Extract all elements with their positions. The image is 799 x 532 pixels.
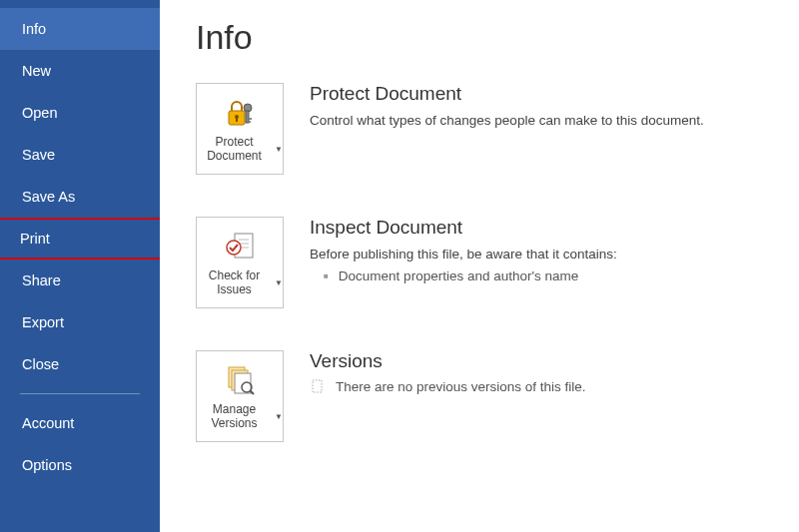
sidebar-item-label: Account	[22, 415, 74, 431]
section-desc: Before publishing this file, be aware th…	[310, 245, 769, 265]
sidebar-item-label: Info	[22, 21, 46, 37]
section-inspect: Check for Issues ▼ Inspect Document Befo…	[196, 217, 769, 308]
sidebar-item-open[interactable]: Open	[0, 92, 160, 134]
sidebar-item-label: New	[22, 63, 51, 79]
bullet-icon: ■	[324, 271, 329, 280]
chevron-down-icon: ▼	[275, 145, 283, 154]
sidebar-item-save-as[interactable]: Save As	[0, 176, 160, 218]
sidebar-item-save[interactable]: Save	[0, 134, 160, 176]
sidebar-item-close[interactable]: Close	[0, 343, 160, 385]
section-title: Inspect Document	[310, 217, 769, 239]
sidebar-item-new[interactable]: New	[0, 50, 160, 92]
tile-label: Manage Versions	[197, 403, 272, 431]
svg-point-11	[227, 241, 241, 255]
sidebar-item-label: Close	[22, 356, 59, 372]
protect-document-button[interactable]: Protect Document ▼	[196, 83, 284, 175]
lock-key-icon	[223, 94, 257, 132]
section-protect: Protect Document ▼ Protect Document Cont…	[196, 83, 769, 175]
document-check-icon	[223, 228, 257, 266]
sidebar-item-info[interactable]: Info	[0, 8, 160, 50]
svg-rect-17	[313, 380, 322, 392]
sidebar-item-label: Options	[22, 457, 72, 473]
info-panel: Info Protect Document ▼	[160, 0, 799, 532]
svg-rect-5	[249, 118, 252, 120]
manage-versions-button[interactable]: Manage Versions ▼	[196, 350, 284, 442]
sidebar-item-label: Save As	[22, 189, 75, 205]
backstage-sidebar: Info New Open Save Save As Print Share E…	[0, 0, 160, 532]
inspect-bullet: ■ Document properties and author's name	[324, 268, 769, 283]
chevron-down-icon: ▼	[275, 278, 283, 287]
sidebar-item-label: Open	[22, 105, 57, 121]
chevron-down-icon: ▼	[275, 412, 283, 421]
svg-rect-2	[236, 118, 238, 122]
tile-label: Protect Document	[197, 136, 272, 164]
check-for-issues-button[interactable]: Check for Issues ▼	[196, 217, 284, 308]
tile-label: Check for Issues	[197, 269, 272, 297]
sidebar-item-label: Print	[20, 231, 50, 247]
bullet-text: Document properties and author's name	[339, 268, 578, 283]
sidebar-item-account[interactable]: Account	[0, 402, 160, 444]
sidebar-item-label: Save	[22, 147, 55, 163]
section-title: Versions	[310, 350, 769, 372]
sidebar-item-options[interactable]: Options	[0, 444, 160, 486]
section-versions: Manage Versions ▼ Versions There are no …	[196, 350, 769, 442]
sidebar-item-share[interactable]: Share	[0, 260, 160, 301]
svg-rect-4	[246, 111, 249, 123]
sidebar-item-label: Export	[22, 314, 64, 330]
sidebar-separator	[20, 393, 140, 394]
svg-rect-6	[249, 121, 251, 123]
document-outline-icon	[310, 378, 326, 394]
section-title: Protect Document	[310, 83, 769, 105]
versions-desc: There are no previous versions of this f…	[336, 379, 586, 394]
document-versions-icon	[223, 361, 257, 399]
section-desc: Control what types of changes people can…	[310, 111, 769, 131]
page-title: Info	[196, 18, 769, 57]
sidebar-item-print[interactable]: Print	[0, 218, 162, 260]
sidebar-item-export[interactable]: Export	[0, 301, 160, 343]
sidebar-item-label: Share	[22, 272, 61, 288]
